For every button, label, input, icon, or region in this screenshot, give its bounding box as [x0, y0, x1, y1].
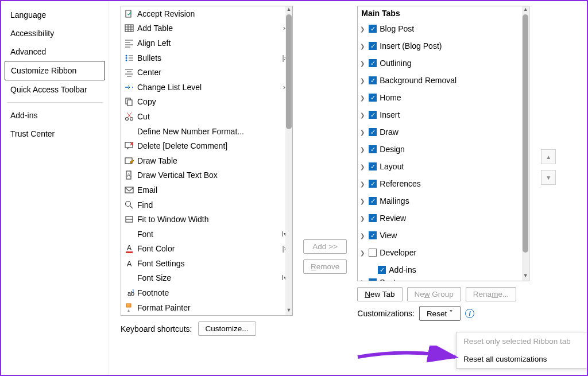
- tab-item[interactable]: ❯ ✓ Syntex: [358, 278, 529, 281]
- tab-item[interactable]: ❯ ✓ Blog Post: [358, 20, 529, 37]
- sidebar-item-customize-ribbon[interactable]: Customize Ribbon: [5, 61, 105, 80]
- command-item[interactable]: Font I▾: [121, 227, 292, 242]
- reset-selected-tab-item[interactable]: Reset only selected Ribbon tab: [457, 332, 587, 350]
- command-item[interactable]: Find: [121, 197, 292, 212]
- checkbox[interactable]: ✓: [369, 231, 377, 239]
- command-item[interactable]: Font Size I▾: [121, 271, 292, 286]
- tab-item[interactable]: ❯ ✓ View: [358, 227, 529, 244]
- chevron-right-icon[interactable]: ❯: [360, 280, 366, 282]
- checkbox[interactable]: ✓: [378, 266, 386, 274]
- scrollbar[interactable]: ▲ ▼: [522, 6, 529, 281]
- tab-item[interactable]: ❯ Developer: [358, 244, 529, 261]
- scrollbar[interactable]: ▲ ▼: [285, 6, 292, 315]
- command-item[interactable]: Change List Level ›: [121, 80, 292, 95]
- checkbox[interactable]: ✓: [369, 111, 377, 119]
- command-item[interactable]: Bullets |›: [121, 51, 292, 65]
- info-icon[interactable]: i: [465, 309, 474, 318]
- chevron-right-icon[interactable]: ❯: [360, 60, 366, 67]
- command-item[interactable]: Center: [121, 65, 292, 80]
- checkbox[interactable]: ✓: [369, 76, 377, 84]
- sidebar-item-add-ins[interactable]: Add-ins: [5, 106, 105, 125]
- chevron-right-icon[interactable]: ❯: [360, 112, 366, 118]
- checkbox[interactable]: ✓: [369, 128, 377, 136]
- chevron-right-icon[interactable]: ❯: [360, 250, 366, 256]
- command-label: Font Size: [137, 273, 274, 282]
- scroll-thumb[interactable]: [523, 14, 528, 253]
- main-tabs-list[interactable]: Main Tabs ❯ ✓ Blog Post❯ ✓ Insert (Blog …: [357, 6, 529, 281]
- tab-item[interactable]: ❯ ✓ Review: [358, 210, 529, 227]
- scroll-thumb[interactable]: [286, 14, 292, 129]
- checkbox[interactable]: ✓: [369, 59, 377, 67]
- tab-item[interactable]: ❯ ✓ Insert: [358, 106, 529, 123]
- sidebar-item-quick-access-toolbar[interactable]: Quick Access Toolbar: [5, 80, 105, 99]
- chevron-right-icon[interactable]: ❯: [360, 43, 366, 49]
- reset-dropdown[interactable]: Reset ˅: [419, 306, 461, 321]
- new-group-button[interactable]: New Group: [407, 287, 461, 301]
- remove-button[interactable]: Remove: [303, 259, 347, 274]
- checkbox[interactable]: ✓: [369, 42, 377, 50]
- checkbox[interactable]: [369, 249, 377, 257]
- checkbox[interactable]: ✓: [369, 197, 377, 205]
- scroll-down-icon[interactable]: ▼: [285, 307, 292, 315]
- command-item[interactable]: Fit to Window Width: [121, 212, 292, 227]
- command-item[interactable]: Copy: [121, 95, 292, 110]
- chevron-right-icon[interactable]: ❯: [360, 26, 366, 32]
- sidebar-item-accessibility[interactable]: Accessibility: [5, 24, 105, 42]
- checkbox[interactable]: ✓: [369, 180, 377, 188]
- tab-item[interactable]: ❯ ✓ Layout: [358, 158, 529, 175]
- sidebar-item-language[interactable]: Language: [5, 6, 105, 24]
- move-up-button[interactable]: ▲: [541, 149, 556, 164]
- tab-item[interactable]: ❯ ✓ Background Removal: [358, 72, 529, 89]
- new-tab-button[interactable]: New Tab: [357, 287, 402, 301]
- tab-item[interactable]: ❯ ✓ Insert (Blog Post): [358, 37, 529, 55]
- chevron-right-icon[interactable]: ❯: [360, 95, 366, 101]
- svg-text:1: 1: [132, 289, 134, 293]
- chevron-right-icon[interactable]: ❯: [360, 215, 366, 222]
- checkbox[interactable]: ✓: [369, 25, 377, 33]
- command-item[interactable]: A Draw Vertical Text Box: [121, 168, 292, 183]
- command-item[interactable]: A Font Color |›: [121, 242, 292, 257]
- command-item[interactable]: ab1 Footnote: [121, 285, 292, 300]
- customize-button[interactable]: Customize...: [198, 321, 256, 336]
- add-button[interactable]: Add >>: [303, 239, 347, 254]
- commands-list[interactable]: Accept Revision Add Table › Align Left B…: [121, 6, 293, 316]
- chevron-right-icon[interactable]: ❯: [360, 77, 366, 84]
- command-item[interactable]: Accept Revision: [121, 6, 292, 21]
- tab-item[interactable]: ❯ ✓ Outlining: [358, 55, 529, 72]
- command-label: Accept Revision: [137, 9, 274, 18]
- tab-item[interactable]: ❯ ✓ Design: [358, 141, 529, 158]
- tab-item[interactable]: ❯ ✓ Mailings: [358, 192, 529, 210]
- checkbox[interactable]: ✓: [369, 278, 377, 281]
- command-item[interactable]: Format Painter: [121, 300, 292, 315]
- checkbox[interactable]: ✓: [369, 162, 377, 170]
- tab-item[interactable]: ✓ Add-ins: [358, 261, 529, 278]
- command-item[interactable]: Cut: [121, 109, 292, 124]
- tab-item[interactable]: ❯ ✓ References: [358, 175, 529, 192]
- sidebar-item-trust-center[interactable]: Trust Center: [5, 125, 105, 143]
- tab-item[interactable]: ❯ ✓ Draw: [358, 123, 529, 141]
- checkbox[interactable]: ✓: [369, 94, 377, 102]
- chevron-right-icon[interactable]: ❯: [360, 129, 366, 135]
- rename-button[interactable]: Rename...: [466, 287, 516, 301]
- chevron-right-icon[interactable]: ❯: [360, 164, 366, 170]
- checkbox[interactable]: ✓: [369, 214, 377, 222]
- move-down-button[interactable]: ▼: [541, 170, 556, 185]
- chevron-right-icon[interactable]: ❯: [360, 198, 366, 204]
- sidebar-item-advanced[interactable]: Advanced: [5, 42, 105, 61]
- scroll-down-icon[interactable]: ▼: [522, 273, 529, 281]
- command-item[interactable]: A Font Settings: [121, 256, 292, 271]
- chevron-right-icon[interactable]: ❯: [360, 146, 366, 153]
- command-item[interactable]: Email: [121, 183, 292, 197]
- reset-all-item[interactable]: Reset all customizations: [457, 350, 587, 368]
- chevron-right-icon[interactable]: ❯: [360, 232, 366, 239]
- scroll-up-icon[interactable]: ▲: [522, 6, 529, 14]
- command-item[interactable]: Align Left: [121, 36, 292, 51]
- command-item[interactable]: Add Table ›: [121, 21, 292, 36]
- chevron-right-icon[interactable]: ❯: [360, 181, 366, 187]
- command-item[interactable]: Delete [Delete Comment]: [121, 138, 292, 153]
- command-item[interactable]: Define New Number Format...: [121, 124, 292, 139]
- tab-item[interactable]: ❯ ✓ Home: [358, 89, 529, 106]
- command-item[interactable]: Draw Table: [121, 153, 292, 168]
- scroll-up-icon[interactable]: ▲: [285, 6, 292, 14]
- checkbox[interactable]: ✓: [369, 145, 377, 153]
